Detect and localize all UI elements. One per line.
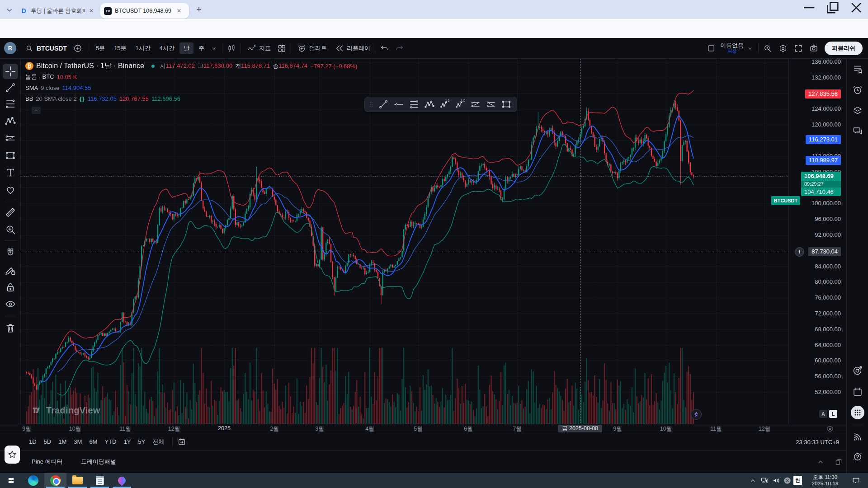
quick-search-icon[interactable] xyxy=(763,44,772,53)
ime-indicator[interactable]: 한 xyxy=(793,476,802,485)
interval-button-1시간[interactable]: 1시간 xyxy=(132,42,155,54)
legend-collapse-button[interactable] xyxy=(32,107,41,114)
add-alert-plus-button[interactable]: + xyxy=(795,247,804,257)
sidebar-apps-button[interactable] xyxy=(851,406,864,419)
browser-tab-tooding[interactable]: D 투딩 | 올바른 암호화폐 투자의 ✕ xyxy=(16,3,99,19)
start-button[interactable] xyxy=(0,473,22,488)
range-button-1D[interactable]: 1D xyxy=(25,436,40,447)
price-scale[interactable]: 136,000.00132,000.00128,000.00124,000.00… xyxy=(788,59,846,433)
range-button-6M[interactable]: 6M xyxy=(85,436,101,447)
taskbar-explorer[interactable] xyxy=(66,473,89,488)
range-button-5Y[interactable]: 5Y xyxy=(134,436,149,447)
panel-maximize-icon[interactable] xyxy=(835,458,843,466)
range-button-5D[interactable]: 5D xyxy=(40,436,55,447)
layout-name-button[interactable]: 이름없음 저장 xyxy=(720,42,744,54)
sidebar-calendar-button[interactable] xyxy=(851,385,864,399)
window-maximize-button[interactable] xyxy=(821,0,844,15)
symbol-legend-row[interactable]: ₿ Bitcoin / TetherUS · 1날 · Binance 시117… xyxy=(25,61,357,71)
time-scale[interactable]: 9월10월11월12월20252월3월4월5월6월7월9월10월11월12월금 … xyxy=(0,424,846,433)
replay-button[interactable]: 리플레이 xyxy=(335,44,370,53)
taskbar-clock[interactable]: 오후 11:30 2025-10-18 xyxy=(807,474,844,487)
tool-heart[interactable] xyxy=(3,182,18,197)
window-close-button[interactable] xyxy=(844,0,868,15)
favorite-tool-rect-shape[interactable] xyxy=(499,98,514,111)
taskbar-edge[interactable] xyxy=(22,473,44,488)
tool-position[interactable] xyxy=(3,131,18,146)
boost-lightning-button[interactable] xyxy=(691,409,702,420)
sidebar-layers-button[interactable] xyxy=(851,104,864,117)
indicators-button[interactable]: 지표 xyxy=(247,44,271,53)
network-icon[interactable] xyxy=(760,476,769,485)
tool-lock[interactable] xyxy=(3,280,18,295)
taskbar-notepad[interactable] xyxy=(89,473,111,488)
range-button-전체[interactable]: 전체 xyxy=(149,436,168,448)
compare-symbol-icon[interactable] xyxy=(73,44,82,53)
sidebar-watchlist-button[interactable] xyxy=(851,62,864,76)
sma-legend-row[interactable]: SMA 9 close 114,904.55 xyxy=(25,82,357,93)
favorites-star-button[interactable] xyxy=(5,446,20,464)
sidebar-chat-button[interactable] xyxy=(851,124,864,138)
undo-icon[interactable] xyxy=(380,44,389,53)
tool-zoom-in[interactable] xyxy=(3,222,18,237)
tool-fib[interactable] xyxy=(3,96,18,112)
tool-ruler[interactable] xyxy=(3,205,18,220)
panel-expand-chevron[interactable] xyxy=(816,458,825,466)
timezone-clock[interactable]: 23:30:33 UTC+9 xyxy=(796,433,839,450)
volume-legend-row[interactable]: 볼륨 · BTC 10.05 K xyxy=(25,71,357,82)
interval-button-5분[interactable]: 5분 xyxy=(92,42,109,54)
taskbar-chrome[interactable] xyxy=(44,473,66,488)
publish-button[interactable]: 퍼블리쉬 xyxy=(825,42,863,55)
favorite-tool-long-pos[interactable] xyxy=(468,98,483,111)
favorite-tool-xabcd[interactable] xyxy=(422,98,437,111)
screenshot-icon[interactable] xyxy=(809,44,818,53)
range-button-YTD[interactable]: YTD xyxy=(101,436,120,447)
tool-magnet[interactable] xyxy=(3,245,18,261)
volume-icon[interactable] xyxy=(772,476,781,485)
log-scale-button[interactable]: L xyxy=(829,410,837,418)
goto-date-icon[interactable] xyxy=(177,437,186,446)
favorite-tool-trend-line[interactable] xyxy=(376,98,391,111)
interval-button-주[interactable]: 주 xyxy=(194,42,208,54)
range-button-3M[interactable]: 3M xyxy=(70,436,85,447)
tool-pencil-lock[interactable] xyxy=(3,263,18,278)
tab-close-icon[interactable]: ✕ xyxy=(175,7,183,14)
bb-legend-row[interactable]: BB 20 SMA close 2 {} 116,732.05 120,767.… xyxy=(25,93,357,104)
status-x-icon[interactable] xyxy=(783,476,792,485)
tool-rect-shape[interactable] xyxy=(3,148,18,163)
favorite-tool-abc[interactable]: AC xyxy=(453,98,468,111)
indicator-templates-icon[interactable] xyxy=(277,44,286,53)
price-chart[interactable] xyxy=(21,59,788,424)
window-minimize-button[interactable] xyxy=(797,0,821,15)
sidebar-alarm-button[interactable] xyxy=(851,83,864,97)
taskbar-paint3d[interactable] xyxy=(111,473,133,488)
symbol-search-button[interactable]: BTCUSDT xyxy=(25,44,67,52)
drag-handle-icon[interactable] xyxy=(368,99,375,110)
layout-menu-chevron[interactable] xyxy=(746,45,754,52)
time-axis-settings-icon[interactable] xyxy=(826,425,834,432)
tab-close-icon[interactable]: ✕ xyxy=(88,7,95,14)
interval-button-4시간[interactable]: 4시간 xyxy=(156,42,179,54)
source-code-icon[interactable]: {} xyxy=(80,95,85,102)
trading-panel-tab[interactable]: 트레이딩패널 xyxy=(81,458,116,466)
browser-tab-tradingview[interactable]: TV BTCUSDT 106,948.69 ▲ +0.49 ✕ xyxy=(100,3,189,19)
interval-button-15분[interactable]: 15분 xyxy=(110,42,130,54)
layout-select-icon[interactable] xyxy=(707,44,716,53)
favorite-tool-horizontal-ray[interactable] xyxy=(391,98,406,111)
tab-search-button[interactable] xyxy=(5,5,14,15)
user-avatar[interactable]: R xyxy=(4,42,16,54)
tool-trash[interactable] xyxy=(3,320,18,336)
auto-scale-button[interactable]: A xyxy=(819,410,827,418)
sidebar-help-button[interactable] xyxy=(851,450,864,463)
interval-chevron-icon[interactable] xyxy=(210,45,217,52)
sidebar-target-button[interactable] xyxy=(851,364,864,377)
range-button-1Y[interactable]: 1Y xyxy=(120,436,134,447)
favorite-tool-elliott[interactable]: 15 xyxy=(437,98,453,111)
range-button-1M[interactable]: 1M xyxy=(55,436,70,447)
tool-xabcd[interactable] xyxy=(3,113,18,129)
pine-editor-tab[interactable]: Pine 에디터 xyxy=(32,458,63,466)
favorite-tool-short-pos[interactable] xyxy=(483,98,499,111)
interval-button-날[interactable]: 날 xyxy=(179,42,193,54)
redo-icon[interactable] xyxy=(395,44,404,53)
alert-button[interactable]: 얼러트 xyxy=(297,44,327,53)
settings-icon[interactable] xyxy=(778,44,788,53)
